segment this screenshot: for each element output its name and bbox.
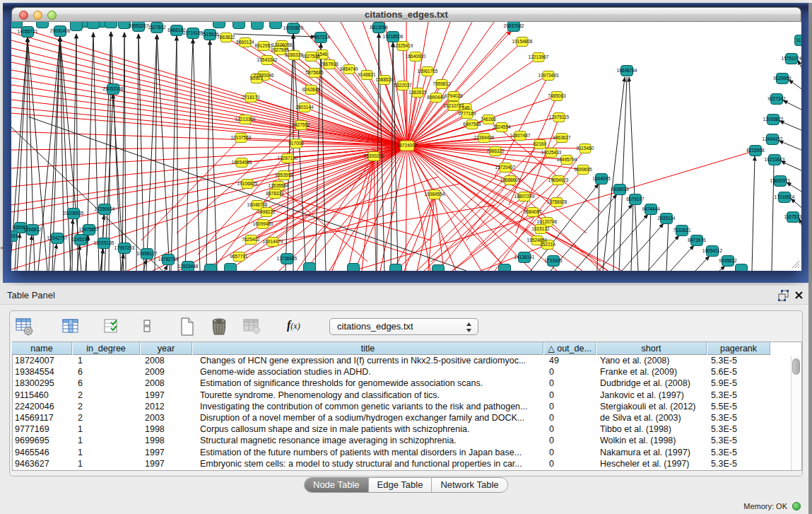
svg-text:9777169: 9777169: [458, 111, 476, 116]
svg-text:9245612: 9245612: [719, 258, 737, 263]
svg-text:1546: 1546: [317, 52, 328, 57]
svg-text:16961765: 16961765: [418, 69, 438, 74]
svg-text:9227342: 9227342: [767, 96, 786, 101]
svg-text:1527602: 1527602: [148, 25, 166, 30]
svg-text:7515526: 7515526: [201, 32, 219, 37]
svg-text:12923448: 12923448: [178, 264, 199, 269]
svg-text:9146821: 9146821: [358, 72, 376, 77]
svg-text:2718170: 2718170: [242, 95, 260, 100]
svg-text:19106825: 19106825: [237, 181, 258, 186]
svg-text:7986322: 7986322: [486, 148, 505, 153]
svg-text:9463627: 9463627: [553, 135, 571, 140]
svg-text:9474444: 9474444: [642, 206, 660, 211]
svg-text:16053809: 16053809: [283, 25, 304, 30]
svg-text:2867608: 2867608: [320, 62, 339, 66]
svg-text:18495794: 18495794: [557, 157, 577, 162]
svg-text:16914479: 16914479: [263, 239, 283, 244]
svg-text:15751074: 15751074: [782, 56, 801, 61]
svg-text:8660124: 8660124: [236, 40, 254, 45]
svg-text:746266: 746266: [481, 117, 496, 122]
svg-text:12025135: 12025135: [94, 240, 114, 245]
svg-text:12975115: 12975115: [549, 115, 570, 119]
svg-text:12226058: 12226058: [272, 42, 293, 47]
svg-text:1167533: 1167533: [784, 214, 801, 219]
svg-text:10154808: 10154808: [512, 39, 533, 44]
svg-text:9084067: 9084067: [524, 209, 542, 214]
svg-text:15692971: 15692971: [770, 178, 791, 183]
svg-text:8454749: 8454749: [340, 66, 358, 71]
svg-text:90901: 90901: [250, 76, 263, 81]
svg-text:8878334: 8878334: [266, 191, 284, 196]
svg-text:13535584: 13535584: [269, 183, 289, 188]
svg-text:10688609: 10688609: [500, 177, 521, 182]
svg-text:20206535: 20206535: [64, 211, 84, 216]
svg-text:10807487: 10807487: [510, 133, 531, 138]
svg-text:21364436: 21364436: [474, 135, 495, 140]
svg-text:25300203: 25300203: [364, 153, 384, 158]
svg-text:5322037: 5322037: [394, 83, 412, 88]
svg-text:245: 245: [462, 105, 470, 110]
svg-text:917006: 917006: [288, 141, 304, 146]
svg-text:9115460: 9115460: [577, 146, 594, 151]
svg-text:12213967: 12213967: [529, 54, 549, 59]
svg-text:5875685: 5875685: [305, 70, 324, 75]
svg-text:7663822: 7663822: [217, 35, 235, 40]
svg-text:39151: 39151: [11, 233, 18, 238]
svg-text:10025433: 10025433: [541, 150, 562, 155]
svg-text:6497568: 6497568: [463, 122, 481, 127]
svg-text:20837682: 20837682: [504, 23, 524, 28]
svg-text:9129966: 9129966: [773, 76, 792, 81]
svg-text:9657791: 9657791: [230, 254, 248, 259]
svg-text:12325419: 12325419: [393, 43, 413, 48]
svg-text:8813054: 8813054: [370, 25, 388, 30]
svg-text:1733426: 1733426: [544, 258, 563, 263]
svg-text:8990448: 8990448: [427, 95, 445, 100]
svg-text:13736485: 13736485: [277, 256, 298, 261]
svg-text:14136141: 14136141: [514, 255, 535, 259]
svg-text:9427552: 9427552: [292, 122, 310, 127]
svg-text:16640910: 16640910: [406, 54, 426, 59]
svg-text:16046748: 16046748: [247, 202, 268, 207]
svg-text:62160: 62160: [534, 141, 546, 146]
svg-text:16210643: 16210643: [765, 157, 785, 162]
svg-text:1112: 1112: [796, 37, 801, 42]
svg-text:1498222: 1498222: [257, 209, 276, 214]
svg-text:23053346: 23053346: [103, 86, 124, 91]
svg-text:17016504: 17016504: [775, 194, 795, 199]
svg-text:1615132: 1615132: [531, 226, 550, 231]
svg-text:2935114: 2935114: [658, 216, 676, 221]
svg-text:9353594: 9353594: [275, 173, 293, 177]
svg-text:6794028: 6794028: [445, 93, 463, 98]
svg-text:2803144: 2803144: [295, 105, 314, 110]
svg-text:1588520: 1588520: [375, 77, 394, 82]
svg-text:12444157: 12444157: [763, 136, 783, 141]
svg-text:17957253: 17957253: [114, 245, 135, 250]
svg-text:10553267: 10553267: [129, 23, 149, 28]
svg-text:13267130: 13267130: [278, 156, 298, 160]
svg-text:14055721: 14055721: [18, 29, 38, 34]
svg-text:10958127: 10958127: [137, 251, 158, 256]
svg-text:10543342: 10543342: [257, 57, 278, 62]
svg-text:7857224: 7857224: [312, 35, 330, 40]
svg-text:9242848: 9242848: [302, 87, 320, 92]
svg-text:10107553: 10107553: [231, 135, 252, 140]
svg-text:16782759: 16782759: [158, 257, 179, 262]
svg-text:1156812: 1156812: [24, 227, 42, 232]
svg-text:8938923: 8938923: [611, 187, 629, 192]
svg-text:7955812: 7955812: [433, 81, 451, 86]
svg-text:8471676: 8471676: [688, 238, 706, 243]
svg-text:16099489: 16099489: [253, 221, 273, 226]
svg-text:16210722: 16210722: [444, 103, 464, 108]
svg-text:16648784: 16648784: [617, 68, 637, 73]
svg-text:18724007: 18724007: [397, 143, 418, 148]
svg-text:1145193: 1145193: [72, 237, 90, 242]
svg-text:7625402: 7625402: [242, 237, 260, 242]
svg-text:3624554: 3624554: [493, 124, 511, 129]
svg-text:12213369: 12213369: [235, 117, 256, 122]
svg-text:8186328: 8186328: [285, 52, 303, 57]
svg-text:18807249: 18807249: [514, 194, 535, 199]
svg-text:8912953: 8912953: [254, 43, 273, 48]
svg-text:7632621: 7632621: [673, 228, 691, 233]
svg-text:9327505: 9327505: [271, 47, 289, 52]
svg-text:16654983: 16654983: [232, 160, 252, 165]
